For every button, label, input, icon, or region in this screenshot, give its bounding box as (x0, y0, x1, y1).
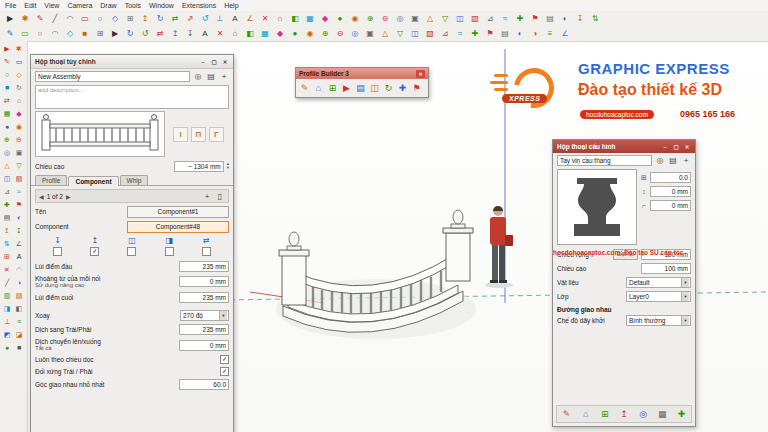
toolbar-icon[interactable]: ↺ (138, 27, 152, 40)
toolbar-icon[interactable]: ◫ (453, 12, 467, 25)
tool-icon[interactable]: ◠ (13, 263, 25, 276)
profile-member-button[interactable]: Π (191, 127, 206, 142)
tool-icon[interactable]: ■ (1, 81, 13, 94)
tool-icon[interactable]: ∠ (13, 237, 25, 250)
toolbar-icon[interactable]: ⊖ (378, 12, 392, 25)
profile-member-button[interactable]: I (173, 127, 188, 142)
maximize-icon[interactable]: ▢ (672, 144, 680, 150)
toolbar-icon[interactable]: ⌂ (228, 27, 242, 40)
toolbar-icon[interactable]: ◎ (348, 27, 362, 40)
tool-icon[interactable]: ▽ (13, 159, 25, 172)
tool-icon[interactable]: ◎ (1, 146, 13, 159)
toolbar-icon[interactable]: ◐ (558, 12, 572, 25)
tool-icon[interactable]: ✕ (1, 263, 13, 276)
tool-icon[interactable]: ◪ (13, 328, 25, 341)
menu-item[interactable]: Extensions (182, 2, 216, 9)
toolbar-icon[interactable]: ▤ (543, 12, 557, 25)
dialog-tool-icon[interactable]: ▦ (656, 408, 669, 421)
toolbar-icon[interactable]: ◉ (348, 12, 362, 25)
profile-builder-icon[interactable]: ↻ (382, 81, 395, 95)
toolbar-icon[interactable]: ● (333, 12, 347, 25)
menu-item[interactable]: File (5, 2, 16, 9)
toolbar-icon[interactable]: ∠ (558, 27, 572, 40)
placement-checkbox[interactable] (165, 247, 174, 256)
spacing-input[interactable]: 0 mm (179, 276, 229, 287)
dialog-tool-icon[interactable]: ✚ (675, 408, 688, 421)
toolbar-icon[interactable]: ↺ (198, 12, 212, 25)
tool-icon[interactable]: ↻ (13, 81, 25, 94)
toolbar-icon[interactable]: ◇ (108, 12, 122, 25)
arrow-down-icon[interactable]: ▾ (227, 166, 229, 171)
profile-builder-icon[interactable]: ⌂ (312, 81, 325, 95)
tool-icon[interactable]: ● (1, 120, 13, 133)
tool-icon[interactable]: ◨ (1, 302, 13, 315)
profile-builder-icon[interactable]: ⚑ (410, 81, 423, 95)
width-input[interactable]: ~ 100 mm (641, 249, 691, 260)
toolbar-icon[interactable]: ⚑ (483, 27, 497, 40)
toolbar-icon[interactable]: ↧ (183, 27, 197, 40)
profile-builder-icon[interactable]: ✎ (298, 81, 311, 95)
tool-icon[interactable]: ⊥ (1, 315, 13, 328)
toolbar-icon[interactable]: ◆ (273, 27, 287, 40)
toolbar-icon[interactable]: ▤ (498, 27, 512, 40)
tool-icon[interactable]: ◇ (13, 68, 25, 81)
tool-icon[interactable]: ▧ (13, 172, 25, 185)
toolbar-icon[interactable]: ◧ (288, 12, 302, 25)
profile-member-button[interactable]: Γ (209, 127, 224, 142)
menu-item[interactable]: Tools (125, 2, 141, 9)
layer-select[interactable]: Layer0 ▾ (626, 291, 691, 302)
toolbar-icon[interactable]: ◠ (63, 12, 77, 25)
toolbar-icon[interactable]: ⊿ (438, 27, 452, 40)
component-name-button[interactable]: Component#1 (127, 206, 229, 218)
toolbar-icon[interactable]: ⊖ (333, 27, 347, 40)
toolbar-icon[interactable]: ⚑ (528, 12, 542, 25)
tool-icon[interactable]: ✚ (1, 198, 13, 211)
toolbar-icon[interactable]: ∠ (243, 12, 257, 25)
material-select[interactable]: Default ▾ (626, 277, 691, 288)
tool-icon[interactable]: ◆ (13, 107, 25, 120)
tool-icon[interactable]: ≡ (13, 315, 25, 328)
toolbar-icon[interactable]: ▽ (438, 12, 452, 25)
toolbar-icon[interactable]: ▣ (363, 27, 377, 40)
always-vertical-checkbox[interactable]: ✓ (220, 355, 229, 364)
save-icon[interactable]: ▤ (668, 156, 678, 165)
tool-icon[interactable]: ◧ (13, 302, 25, 315)
tool-icon[interactable]: ▦ (1, 107, 13, 120)
toolbar-icon[interactable]: ▭ (78, 12, 92, 25)
toolbar-icon[interactable]: ✚ (513, 12, 527, 25)
toolbar-icon[interactable]: △ (378, 27, 392, 40)
toolbar-icon[interactable]: ▶ (3, 12, 17, 25)
dialog-tool-icon[interactable]: ⊞ (598, 408, 611, 421)
toolbar-icon[interactable]: ▧ (423, 27, 437, 40)
toolbar-icon[interactable]: ≈ (498, 12, 512, 25)
dialog-tool-icon[interactable]: ◎ (637, 408, 650, 421)
tool-icon[interactable]: A (13, 250, 25, 263)
shift-ud-input[interactable]: 0 mm (179, 340, 229, 351)
tool-icon[interactable]: ◫ (1, 172, 13, 185)
toolbar-icon[interactable]: ✱ (18, 12, 32, 25)
toolbar-icon[interactable]: ◑ (528, 27, 542, 40)
trash-icon[interactable]: ▯ (215, 192, 225, 201)
minimize-icon[interactable]: – (199, 59, 207, 65)
min-angle-input[interactable]: 60.0 (179, 379, 229, 390)
toolbar-icon[interactable]: ⇄ (153, 27, 167, 40)
add-component-icon[interactable]: + (202, 192, 212, 201)
profile-builder-titlebar[interactable]: Profile Builder 3 ✕ (296, 68, 428, 79)
profile-builder-icon[interactable]: ▶ (340, 81, 353, 95)
toolbar-icon[interactable]: ▭ (18, 27, 32, 40)
toolbar-icon[interactable]: ↥ (168, 27, 182, 40)
maximize-icon[interactable]: ▢ (210, 59, 218, 65)
profile-builder-icon[interactable]: ▤ (354, 81, 367, 95)
tab-whip[interactable]: Whip (120, 175, 149, 185)
toolbar-icon[interactable]: ○ (93, 12, 107, 25)
offset-input[interactable]: 0 mm (650, 200, 691, 211)
toolbar-icon[interactable]: ◇ (63, 27, 77, 40)
toolbar-icon[interactable]: A (198, 27, 212, 40)
tool-icon[interactable]: ⚑ (13, 198, 25, 211)
tool-icon[interactable]: ≈ (13, 185, 25, 198)
tool-icon[interactable]: ⊞ (1, 250, 13, 263)
assembly-height-input[interactable]: ~ 1304 mm (174, 161, 224, 172)
reset-button[interactable]: Đặt lại (613, 249, 638, 260)
add-icon[interactable]: + (681, 156, 691, 165)
prev-icon[interactable]: ◀ (39, 193, 44, 200)
